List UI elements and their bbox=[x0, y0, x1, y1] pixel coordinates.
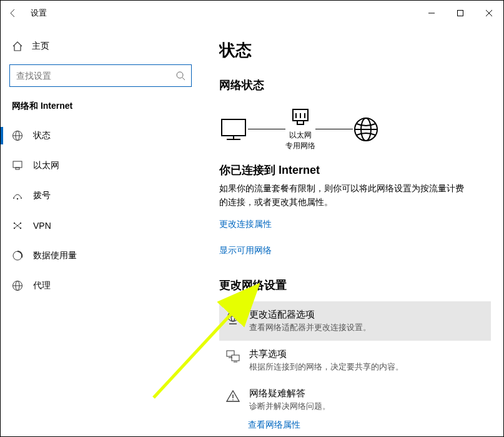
sidebar-item-label: 以太网 bbox=[33, 160, 59, 171]
row-troubleshoot[interactable]: 网络疑难解答 诊断并解决网络问题。 bbox=[219, 380, 491, 419]
row-change-adapter-options[interactable]: 更改适配器选项 查看网络适配器并更改连接设置。 bbox=[219, 301, 491, 341]
connected-title: 你已连接到 Internet bbox=[219, 163, 491, 178]
sidebar-item-dialup[interactable]: 拨号 bbox=[1, 181, 200, 211]
window-title: 设置 bbox=[31, 8, 47, 19]
sidebar-item-label: VPN bbox=[33, 221, 51, 231]
back-button[interactable] bbox=[1, 1, 26, 26]
close-button[interactable] bbox=[475, 1, 503, 26]
svg-rect-1 bbox=[458, 11, 463, 16]
svg-rect-36 bbox=[232, 355, 239, 361]
titlebar: 设置 bbox=[1, 1, 503, 26]
svg-line-3 bbox=[182, 78, 185, 80]
data-usage-icon bbox=[12, 250, 23, 261]
sidebar-item-status[interactable]: 状态 bbox=[1, 121, 200, 151]
sidebar-category: 网络和 Internet bbox=[1, 96, 200, 121]
proxy-icon bbox=[12, 280, 23, 291]
sharing-icon bbox=[225, 349, 240, 364]
svg-point-40 bbox=[232, 399, 234, 401]
adapter-icon bbox=[225, 310, 240, 325]
connected-body: 如果你的流量套餐有限制，则你可以将此网络设置为按流量计费的连接，或者更改其他属性… bbox=[219, 181, 469, 209]
diagram-eth-label: 以太网 bbox=[289, 130, 312, 141]
sidebar-item-label: 代理 bbox=[33, 280, 51, 291]
vpn-icon bbox=[12, 220, 23, 231]
search-icon bbox=[175, 70, 186, 81]
svg-rect-7 bbox=[13, 161, 22, 168]
search-input[interactable] bbox=[15, 70, 175, 81]
home-button[interactable]: 主页 bbox=[1, 34, 200, 58]
maximize-button[interactable] bbox=[446, 1, 475, 26]
sidebar-item-label: 数据使用量 bbox=[33, 250, 77, 261]
row-sharing-options[interactable]: 共享选项 根据所连接到的网络，决定要共享的内容。 bbox=[219, 341, 491, 380]
sidebar-item-label: 拨号 bbox=[33, 190, 51, 201]
link-view-network-properties[interactable]: 查看网络属性 bbox=[248, 419, 300, 429]
svg-rect-20 bbox=[222, 119, 245, 136]
row-desc: 诊断并解决网络问题。 bbox=[249, 401, 330, 412]
row-desc: 根据所连接到的网络，决定要共享的内容。 bbox=[249, 361, 403, 373]
page-title: 状态 bbox=[219, 39, 491, 61]
link-show-available-networks[interactable]: 显示可用网络 bbox=[219, 245, 272, 256]
sidebar-item-label: 状态 bbox=[33, 130, 51, 141]
svg-point-9 bbox=[13, 198, 14, 199]
svg-point-10 bbox=[21, 198, 22, 199]
row-desc: 查看网络适配器并更改连接设置。 bbox=[249, 322, 371, 333]
sidebar-item-ethernet[interactable]: 以太网 bbox=[1, 151, 200, 181]
svg-point-2 bbox=[177, 72, 183, 78]
home-icon bbox=[12, 41, 23, 52]
sidebar-item-proxy[interactable]: 代理 bbox=[1, 271, 200, 301]
svg-rect-8 bbox=[16, 168, 19, 169]
sidebar-item-data-usage[interactable]: 数据使用量 bbox=[1, 241, 200, 271]
section-network-status: 网络状态 bbox=[219, 78, 491, 93]
diagram-eth-label2: 专用网络 bbox=[285, 141, 315, 151]
section-change-network-settings: 更改网络设置 bbox=[219, 278, 491, 293]
svg-point-11 bbox=[17, 198, 18, 199]
computer-icon bbox=[219, 117, 248, 142]
link-change-connection-properties[interactable]: 更改连接属性 bbox=[219, 219, 272, 230]
search-box[interactable] bbox=[9, 64, 192, 87]
row-title: 更改适配器选项 bbox=[249, 309, 371, 321]
status-icon bbox=[12, 130, 23, 141]
ethernet-adapter-icon bbox=[291, 108, 310, 126]
globe-icon bbox=[353, 116, 379, 143]
ethernet-icon bbox=[12, 160, 23, 171]
row-title: 网络疑难解答 bbox=[249, 388, 330, 399]
svg-rect-24 bbox=[297, 121, 304, 124]
network-diagram: 以太网 专用网络 bbox=[219, 108, 491, 151]
sidebar-item-vpn[interactable]: VPN bbox=[1, 211, 200, 241]
row-title: 共享选项 bbox=[249, 348, 403, 360]
warning-icon bbox=[225, 389, 240, 404]
main-content: 状态 网络状态 以太网 专用网络 你已连接 bbox=[219, 26, 503, 436]
dialup-icon bbox=[12, 190, 23, 201]
home-label: 主页 bbox=[32, 41, 49, 52]
minimize-button[interactable] bbox=[417, 1, 446, 26]
sidebar: 主页 网络和 Internet 状态 以太网 bbox=[1, 26, 200, 436]
